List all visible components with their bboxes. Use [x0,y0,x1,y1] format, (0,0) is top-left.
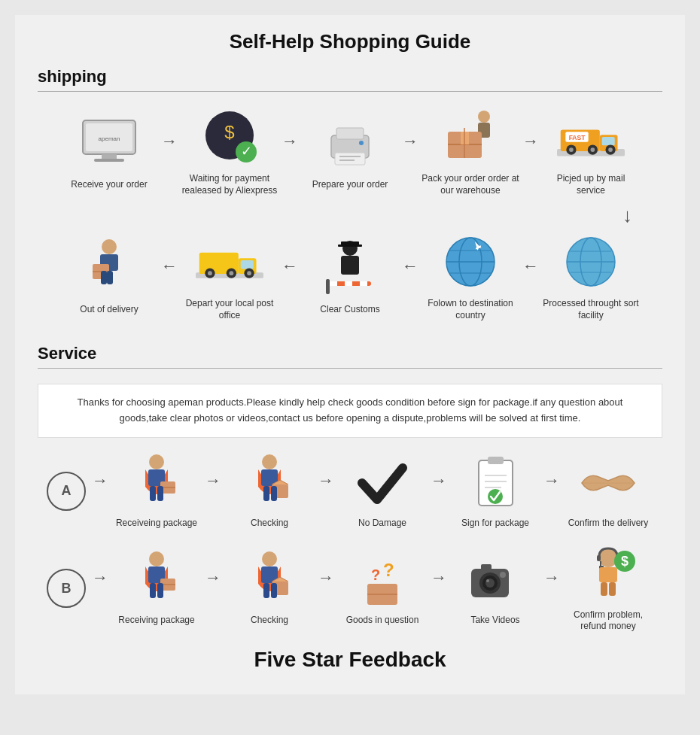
arrow-r2-4: ← [522,257,539,276]
scenario-b-label: B [47,569,86,608]
svg-rect-93 [157,583,163,598]
service-description: Thanks for choosing apeman products.Plea… [38,384,662,438]
svg-rect-37 [101,271,107,284]
svg-point-33 [102,239,117,254]
clipboard-check-icon [465,453,525,513]
step-prepare-order-label: Prepare your order [312,179,388,191]
scenario-a-step-1: Receiveing package [111,453,202,530]
arrow-3: → [402,132,418,151]
scenario-a-step-4-label: Sign for package [461,518,529,530]
svg-rect-3 [102,154,117,159]
svg-rect-11 [335,153,365,165]
arrow-a-1: → [205,471,221,491]
svg-text:?: ? [383,560,394,580]
svg-rect-115 [599,567,617,582]
scenario-a-step-2: Checking [224,453,315,530]
step-depart-local-label: Depart your local post office [181,298,278,321]
scenario-a-step-1-label: Receiveing package [116,518,197,530]
svg-rect-82 [488,457,504,464]
svg-rect-10 [336,128,364,139]
camera-icon [465,550,525,610]
svg-rect-97 [263,583,269,598]
svg-point-94 [262,551,277,566]
svg-text:apeman: apeman [99,135,120,142]
globe-plane-icon [437,232,504,292]
shipping-row-1: apeman Receive your order → $ ✓ [38,107,662,196]
scenario-b-step-5-label: Confirm problem, refund money [563,609,653,633]
svg-text:?: ? [371,566,380,583]
step-depart-local: Depart your local post office [181,232,278,321]
svg-point-110 [599,549,617,567]
step-pack-order: Pack your order order at our warehouse [422,107,519,196]
checkmark-icon [352,453,412,513]
delivery-man-icon [75,238,143,298]
svg-rect-56 [345,281,352,286]
arrow-b-2: → [318,568,334,588]
svg-rect-24 [602,137,615,145]
scenario-a-step-4: Sign for package [450,453,540,530]
svg-rect-79 [263,486,269,501]
handshake-icon [578,453,638,513]
arrow-2: → [282,132,298,151]
scenario-a-step-3: No Damage [337,453,428,530]
svg-rect-38 [107,271,113,284]
svg-rect-52 [341,256,359,275]
step-pack-order-label: Pack your order order at our warehouse [422,173,519,196]
arrow-a-3: → [431,471,447,491]
scenario-b-step-2: Checking [224,550,315,627]
shipping-header: shipping [38,67,662,92]
customs-icon [316,238,384,298]
main-container: Self-Help Shopping Guide shipping apeman… [15,15,685,694]
globe-blue-icon [557,232,625,292]
arrow-r2-2: ← [282,257,298,276]
scenario-b-step-3: ? ? Goods in question [337,550,428,627]
step-folown-destination-label: Folown to destination country [422,298,519,321]
svg-rect-13 [339,159,355,161]
step-picked-mail: FAST Picjed up by mail service [542,107,640,196]
arrow-down: ↓ [38,204,632,227]
arrow-b-0: → [92,568,108,588]
step-out-delivery-label: Out of delivery [80,304,138,316]
hero-check-icon [239,453,300,513]
service-header: Service [38,344,662,369]
svg-rect-51 [338,244,362,247]
scenario-a-row: A → [38,453,662,530]
svg-rect-107 [481,564,492,570]
scenario-b-step-3-label: Goods in question [346,615,419,627]
step-out-delivery: Out of delivery [60,238,158,316]
svg-point-108 [500,572,506,578]
scenario-b-step-2-label: Checking [251,615,288,627]
svg-text:FAST: FAST [569,134,586,141]
svg-point-46 [230,272,234,276]
scenario-b-step-5: $ Confirm problem, refund money [563,545,653,633]
svg-rect-98 [271,583,277,598]
svg-rect-4 [94,159,124,162]
step-receive-order: apeman Receive your order [60,113,158,191]
shipping-section: shipping apeman Receive your order → [38,67,662,321]
scenario-b-step-4: Take Videos [450,550,540,627]
svg-rect-42 [241,260,254,269]
svg-point-26 [569,147,574,152]
step-receive-order-label: Receive your order [71,179,147,191]
svg-rect-80 [271,486,277,501]
svg-point-28 [591,147,595,152]
svg-point-70 [149,454,164,469]
step-processed-sort-label: Processed throught sort facility [542,298,640,321]
package-icon [437,107,504,167]
svg-point-109 [486,579,489,582]
printer-icon [316,113,384,173]
scenario-b-step-1: Receiving package [111,550,202,627]
svg-point-14 [359,141,364,145]
svg-rect-111 [597,555,601,561]
payment-icon: $ ✓ [196,107,263,167]
monitor-icon: apeman [75,113,143,173]
svg-text:✓: ✓ [241,144,252,159]
scenario-a-step-2-label: Checking [251,518,288,530]
svg-point-76 [262,454,277,469]
svg-rect-53 [326,279,330,294]
step-waiting-payment: $ ✓ Waiting for payment realeased by Ali… [181,107,278,196]
svg-point-88 [149,551,164,566]
svg-point-44 [208,272,212,276]
arrow-b-3: → [431,568,447,588]
svg-text:$: $ [621,554,628,569]
